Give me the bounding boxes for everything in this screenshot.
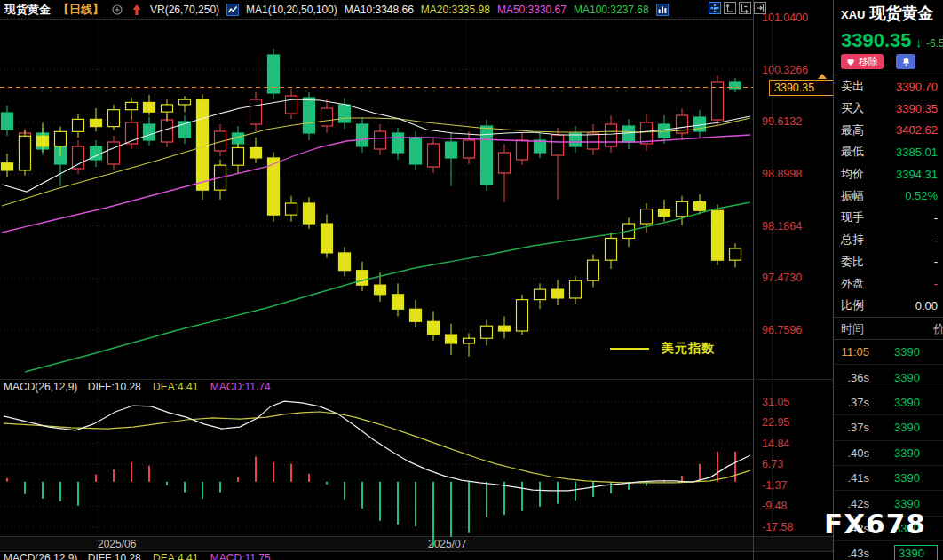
tick-time: 11:05: [834, 345, 869, 359]
quote-row: 总持-: [834, 229, 943, 251]
fx678-watermark: FX678: [824, 508, 926, 540]
tick-row: .36s3390: [834, 365, 943, 390]
quote-row: 振幅0.52%: [834, 185, 943, 207]
tick-row: .37s3390: [834, 390, 943, 415]
tick-table-header: 时间 价格: [834, 318, 943, 340]
price-axis[interactable]: 101.0400100.326699.613298.899898.186497.…: [753, 0, 833, 560]
macd-header-partial: MACD(26,12,9) DIFF:10.28 DEA:4.41 MACD:1…: [4, 552, 271, 560]
remove-button[interactable]: 移除: [841, 54, 884, 69]
watchlist-actions: 移除: [841, 54, 915, 69]
bar-chart-icon[interactable]: [656, 4, 669, 16]
quote-row: 外盘-: [834, 272, 943, 295]
usd-index-legend: 美元指数: [610, 341, 715, 357]
quote-row: 卖出3390.70: [834, 75, 943, 98]
chart-toolbar: 现货黄金 【日线】 VR(26,70,250) MA1(10,20,50,100…: [0, 0, 753, 20]
tick-row: .41s3390: [834, 466, 943, 491]
line-chart-icon[interactable]: [226, 4, 239, 16]
macd-axis-label: 31.05: [762, 396, 789, 408]
quote-value: 3402.62: [896, 123, 938, 137]
ma20-value: MA20:3335.98: [421, 4, 490, 16]
tick-row: .37s3390: [834, 415, 943, 440]
bell-icon: [901, 57, 911, 67]
tick-row: .40s3390: [834, 441, 943, 466]
quote-row: 买入3390.35: [834, 98, 943, 120]
macd-name: MACD(26,12,9): [4, 381, 77, 393]
quote-label: 最低: [841, 144, 864, 160]
tick-price: 3390: [875, 345, 943, 359]
circle-plus-icon[interactable]: [111, 4, 123, 16]
tick-time: .40s: [834, 446, 869, 460]
legend-line-swatch: [610, 348, 649, 350]
quote-value: 3394.31: [896, 168, 938, 181]
quote-row: 委比-: [834, 251, 943, 273]
quote-label: 外盘: [841, 276, 864, 292]
quote-label: 最高: [841, 122, 864, 138]
usd-axis-label: 98.8998: [762, 168, 802, 180]
tick-header-price: 价格: [933, 321, 943, 337]
usd-axis-label: 99.6132: [762, 115, 802, 128]
tick-price: 3390: [875, 396, 943, 409]
usd-axis-label: 96.7596: [762, 324, 802, 336]
quote-label: 委比: [841, 254, 864, 270]
x-axis-scale-icon[interactable]: [739, 2, 751, 14]
macd-axis-label: 22.95: [762, 416, 789, 429]
ma100-value: MA100:3237.68: [574, 4, 649, 16]
quote-table: 卖出3390.70买入3390.35最高3402.62最低3385.01均价33…: [834, 75, 943, 317]
trading-terminal: 2025/06 2025/07 现货黄金 【日线】 VR(26,70,250) …: [0, 0, 943, 560]
candlestick-chart[interactable]: [0, 0, 753, 560]
remove-button-label: 移除: [859, 55, 878, 68]
quote-label: 总持: [841, 232, 864, 248]
quote-row: 比例0.00: [834, 295, 943, 317]
period-label[interactable]: 【日线】: [58, 2, 104, 18]
tick-price: 3390: [875, 547, 943, 560]
quote-value: -: [934, 255, 938, 268]
symbol-name: 现货黄金: [869, 4, 933, 22]
quote-label: 现手: [841, 209, 864, 225]
macd-dea-value: DEA:4.41: [153, 381, 198, 393]
ma-group-label[interactable]: MA1(10,20,50,100): [246, 4, 337, 16]
usd-axis-label: 100.3266: [762, 64, 808, 76]
tick-header-time: 时间: [841, 321, 864, 337]
tick-price: 3390: [875, 471, 943, 485]
quote-value: 3390.35: [896, 102, 938, 115]
alert-button[interactable]: [896, 54, 915, 69]
red-up-arrow-icon[interactable]: [131, 4, 143, 16]
instrument-title: 现货黄金: [4, 2, 51, 18]
usd-axis-label: 101.0400: [762, 12, 808, 24]
vr-indicator-label[interactable]: VR(26,70,250): [150, 4, 219, 16]
quote-label: 振幅: [841, 188, 864, 204]
tick-time: .36s: [834, 371, 869, 384]
tick-price: 3390: [875, 371, 943, 384]
macd-axis-label: -17.58: [762, 521, 793, 533]
quote-value: 3390.70: [896, 80, 938, 93]
quote-row: 最高3402.62: [834, 119, 943, 141]
usd-axis-label: 97.4730: [762, 272, 802, 284]
macd-axis-label: 6.73: [762, 458, 783, 470]
down-arrow-icon: ↓: [915, 35, 923, 50]
quote-value: 3385.01: [896, 146, 938, 159]
crosshair-icon[interactable]: [709, 2, 721, 14]
macd-axis-label: -1.37: [762, 479, 788, 492]
tick-time: .37s: [834, 396, 869, 409]
tick-time: .37s: [834, 421, 869, 434]
quote-label: 均价: [841, 166, 864, 182]
quote-sidebar: XAU现货黄金 3390.35 ↓ -6.5 移除 卖出3390.70买入339…: [833, 0, 943, 560]
tick-row: .43s3390: [834, 541, 943, 560]
macd-axis-label: 14.84: [762, 438, 789, 450]
quote-label: 比例: [841, 297, 864, 313]
price-marker-triangle: [818, 74, 827, 79]
quote-row: 现手-: [834, 207, 943, 229]
legend-label: 美元指数: [662, 341, 715, 357]
heart-icon: [846, 58, 855, 67]
macd-header: MACD(26,12,9) DIFF:10.28 DEA:4.41 MACD:1…: [4, 381, 271, 393]
last-price: 3390.35: [841, 29, 912, 51]
tick-time: .43s: [834, 547, 869, 560]
macd-macd-value: MACD:11.74: [210, 381, 271, 393]
y-axis-scale-icon[interactable]: [724, 2, 736, 14]
quote-value: -: [934, 233, 938, 247]
ma50-value: MA50:3330.67: [497, 4, 567, 16]
quote-value: 0.00: [915, 299, 938, 312]
last-price-row: 3390.35 ↓ -6.5: [841, 29, 943, 52]
usd-axis-label: 98.1864: [762, 220, 802, 233]
quote-value: -: [934, 211, 938, 225]
